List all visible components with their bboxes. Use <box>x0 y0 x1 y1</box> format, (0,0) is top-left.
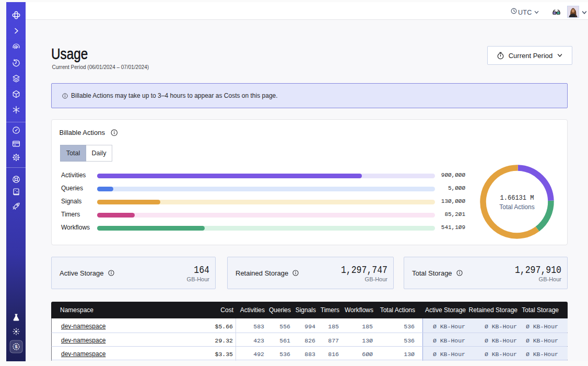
svg-text:$: $ <box>15 344 17 349</box>
